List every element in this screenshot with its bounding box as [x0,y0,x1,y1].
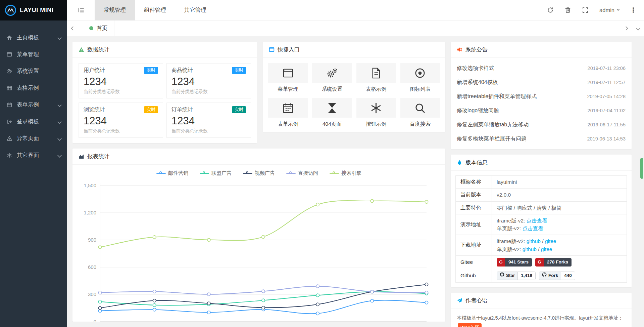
legend-label: 视频广告 [255,170,275,176]
quick-entry-search[interactable]: 百度搜索 [400,98,440,128]
tab-home[interactable]: 首页 [83,21,114,36]
tabs-menu-dropdown[interactable] [632,21,644,36]
sidebar-item-home-template[interactable]: 主页模板 [0,29,67,46]
sidebar-item-system-settings[interactable]: 系统设置 [0,63,67,80]
link-github[interactable]: github [527,238,541,244]
quick-entry-label: 按钮示例 [356,121,396,128]
version-row: 下载地址iframe版-v2: github / gitee单页版-v2: gi… [456,235,627,256]
announcement-title: 新增treetable插件和菜单管理样式 [457,93,537,100]
announcements-list: 修改选项卡样式2019-07-11 23:06新增系统404模板2019-07-… [451,58,632,149]
sidebar-item-label: 表单示例 [17,101,58,109]
announcement-row[interactable]: 修复左侧菜单缩放tab无法移动2019-06-17 11:55 [457,118,626,132]
legend-item[interactable]: 联盟广告 [200,170,232,176]
version-row: 演示地址iframe版-v2: 点击查看单页版-v2: 点击查看 [456,214,627,235]
sidebar-item-error-pages[interactable]: 异常页面 [0,130,67,147]
stat-badge: 实时 [144,67,158,74]
user-dropdown[interactable]: admin [599,7,619,13]
sidebar-item-login-template[interactable]: 登录模板 [0,113,67,130]
version-value: layuimini [492,176,627,189]
clear-cache-icon[interactable] [564,7,571,13]
quick-entry-window[interactable]: 菜单管理 [268,63,308,93]
legend-item[interactable]: 视频广告 [243,170,275,176]
app-title: LAYUI MINI [20,7,53,14]
module-tab-1[interactable]: 常规管理 [95,0,135,21]
link-gitee[interactable]: gitee [545,238,556,244]
layui-doc-badge[interactable]: layui文档 [458,323,482,327]
sidebar-item-form-example[interactable]: 表单示例 [0,96,67,113]
link-gitee[interactable]: gitee [541,246,552,252]
main-content: 数据统计 用户统计实时1234当前分类总记录数商品统计实时1234当前分类总记录… [67,36,644,327]
chevron-down-icon [57,120,62,124]
calendar-icon [282,102,294,114]
announcement-row[interactable]: 修改logo缩放问题2019-07-04 11:02 [457,104,626,118]
quick-entry-file[interactable]: 表格示例 [356,63,396,93]
github-badge[interactable]: Star1,419 [497,272,536,280]
version-line: 单页版-v2: github / gitee [497,245,622,253]
module-tab-3[interactable]: 其它管理 [175,0,215,21]
stat-panel: 订单统计实时1234当前分类总记录数 [166,103,251,138]
gitee-badge[interactable]: G941 Stars [497,258,532,267]
author-card-header: 作者心语 [451,293,632,309]
sidebar-item-label: 登录模板 [17,118,58,125]
tabs-scroll-left[interactable] [67,21,79,36]
announcement-row[interactable]: 新增treetable插件和菜单管理样式2019-07-05 14:28 [457,89,626,104]
stat-desc: 当前分类总记录数 [84,128,158,134]
legend-item[interactable]: 搜索引擎 [330,170,361,176]
sidebar-item-label: 主页模板 [17,34,58,41]
version-label: 演示地址 [456,214,492,235]
github-badge[interactable]: Fork440 [539,272,575,280]
scrollbar-thumb[interactable] [640,158,643,179]
module-tab-2[interactable]: 组件管理 [135,0,175,21]
sidebar-item-menu-manage[interactable]: 菜单管理 [0,46,67,63]
quick-entry-gears[interactable]: 系统设置 [312,63,352,93]
fullscreen-icon[interactable] [582,7,589,13]
quick-entry-label: 百度搜索 [400,121,440,128]
tabs-scroll-right[interactable] [620,21,632,36]
gitee-badge[interactable]: G278 Forks [535,258,572,267]
chevron-down-icon [57,136,62,141]
window-icon [282,67,294,79]
announcement-title: 新增系统404模板 [457,79,498,86]
target-icon [414,67,426,79]
version-value: G941 StarsG278 Forks [492,255,627,269]
announcement-row[interactable]: 修复多模块菜单栏展开有问题2019-06-13 14:53 [457,132,626,146]
svg-text:0: 0 [94,319,96,322]
stat-value: 1234 [171,115,246,127]
announcements-card-icon [457,47,462,52]
author-text-1: 本模板基于layui2.5.4以及font-awesome-4.7.0进行实现。… [457,314,626,327]
form-icon [7,102,17,108]
quick-entry-card: 快捷入口 菜单管理系统设置表格示例图标列表表单示例404页面按钮示例百度搜索 [263,42,445,132]
more-menu-icon[interactable]: ⋮ [630,6,637,14]
gitee-logo: G [497,258,505,267]
sidebar-item-other-ui[interactable]: 其它界面 [0,147,67,164]
quick-entry-snowflake[interactable]: 按钮示例 [356,98,396,128]
quick-entry-calendar[interactable]: 表单示例 [268,98,308,128]
announcement-row[interactable]: 新增系统404模板2019-07-11 12:57 [457,75,626,89]
announcement-date: 2019-07-11 12:57 [588,80,626,85]
refresh-icon[interactable] [547,7,554,13]
announcement-title: 修改logo缩放问题 [457,107,499,114]
version-label: 主要特色 [456,201,492,214]
quick-entry-target[interactable]: 图标列表 [400,63,440,93]
stats-card-icon [79,47,84,52]
sidebar-item-table-example[interactable]: 表格示例 [0,80,67,96]
link-github[interactable]: github [523,246,537,252]
legend-item[interactable]: 邮件营销 [156,170,188,176]
stat-desc: 当前分类总记录数 [84,89,158,95]
link-点击查看[interactable]: 点击查看 [523,226,543,231]
app-logo[interactable]: LAYUI MINI [0,0,67,21]
header: 常规管理组件管理其它管理 admin ⋮ [67,0,644,21]
announcement-date: 2019-06-17 11:55 [588,122,626,127]
snowflake-icon [370,102,382,114]
link-点击查看[interactable]: 点击查看 [527,218,547,223]
version-row: GiteeG941 StarsG278 Forks [456,255,627,269]
stat-label: 用户统计 [84,67,105,74]
version-label: Gitee [456,255,492,269]
legend-item[interactable]: 直接访问 [286,170,318,176]
collapse-sidebar-icon[interactable] [78,7,85,13]
author-note: 本模板基于layui2.5.4以及font-awesome-4.7.0进行实现。… [451,309,632,327]
table-icon [7,85,17,91]
quick-entry-hourglass[interactable]: 404页面 [312,98,352,128]
module-tabs: 常规管理组件管理其它管理 [95,0,215,21]
announcement-row[interactable]: 修改选项卡样式2019-07-11 23:06 [457,61,626,75]
